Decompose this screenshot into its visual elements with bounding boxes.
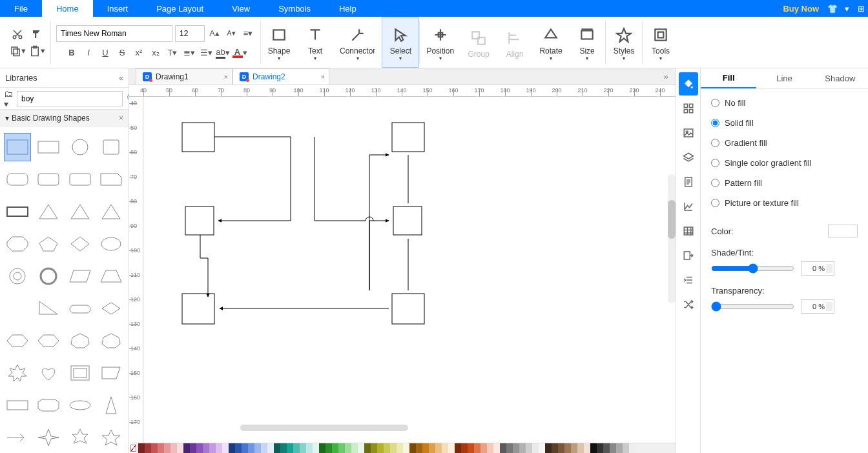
text-tool[interactable]: Text▾ xyxy=(297,17,333,68)
shade-spin[interactable]: 0 % xyxy=(801,261,834,276)
palette-swatch[interactable] xyxy=(629,443,636,453)
shape-roundrect2[interactable] xyxy=(35,165,62,194)
palette-swatch[interactable] xyxy=(216,443,222,453)
palette-swatch[interactable] xyxy=(158,443,164,453)
palette-swatch[interactable] xyxy=(248,443,254,453)
palette-swatch[interactable] xyxy=(235,443,242,453)
expand-tabs-icon[interactable]: » xyxy=(656,68,676,85)
palette-swatch[interactable] xyxy=(584,443,590,453)
palette-swatch[interactable] xyxy=(338,443,345,453)
tools-tool[interactable]: Tools▾ xyxy=(643,17,679,68)
palette-swatch[interactable] xyxy=(287,443,293,453)
shape-rhombus[interactable] xyxy=(98,294,125,323)
palette-swatch[interactable] xyxy=(545,443,552,453)
trans-spin[interactable]: 0 % xyxy=(801,299,834,314)
palette-swatch[interactable] xyxy=(474,443,480,453)
shape-ellipse[interactable] xyxy=(98,230,125,258)
shirt-icon[interactable]: 👕 xyxy=(825,0,840,17)
palette-swatch[interactable] xyxy=(190,443,196,453)
tab-drawing2[interactable]: D Drawing2 × xyxy=(232,68,329,85)
font-family-combo[interactable] xyxy=(56,25,172,42)
palette-swatch[interactable] xyxy=(293,443,300,453)
shape-triangle3[interactable] xyxy=(98,197,125,226)
menu-file[interactable]: File xyxy=(0,0,42,17)
library-icon[interactable]: 🗂▾ xyxy=(4,88,13,109)
palette-swatch[interactable] xyxy=(506,443,513,453)
palette-swatch[interactable] xyxy=(384,443,390,453)
font-color-icon[interactable]: A▾ xyxy=(232,46,247,60)
palette-swatch[interactable] xyxy=(326,443,332,453)
palette-swatch[interactable] xyxy=(429,443,435,453)
apps-grid-icon[interactable]: ⊞ xyxy=(854,0,868,17)
shape-5star[interactable] xyxy=(98,423,125,452)
palette-swatch[interactable] xyxy=(145,443,151,453)
shape-circle[interactable] xyxy=(67,133,94,161)
copy-icon[interactable]: ▾ xyxy=(9,43,26,59)
shape-octagon[interactable] xyxy=(4,230,31,258)
ts-fill-icon[interactable] xyxy=(679,72,698,96)
shape-6star[interactable] xyxy=(67,423,94,452)
shape-roundrect[interactable] xyxy=(4,165,31,194)
shape-rect-thick[interactable] xyxy=(4,197,31,226)
color-swatch[interactable] xyxy=(828,225,858,237)
shape-blank[interactable] xyxy=(4,294,31,323)
ts-indent-icon[interactable] xyxy=(679,268,698,292)
fill-single-grad-radio[interactable]: Single color gradient fill xyxy=(711,158,858,168)
shape-heart[interactable] xyxy=(35,359,62,387)
shape-hex2[interactable] xyxy=(35,327,62,355)
palette-swatch[interactable] xyxy=(409,443,416,453)
dropdown-icon[interactable]: ▾ xyxy=(840,0,854,17)
palette-swatch[interactable] xyxy=(209,443,216,453)
strikethrough-icon[interactable]: S xyxy=(115,46,129,60)
tab-close-icon[interactable]: × xyxy=(224,73,228,81)
ts-table-icon[interactable] xyxy=(679,219,698,243)
rp-tab-line[interactable]: Line xyxy=(756,68,812,88)
menu-page-layout[interactable]: Page Layout xyxy=(142,0,218,17)
palette-swatch[interactable] xyxy=(203,443,209,453)
palette-swatch[interactable] xyxy=(487,443,493,453)
ts-chart-icon[interactable] xyxy=(679,195,698,218)
palette-swatch[interactable] xyxy=(526,443,532,453)
fill-none-radio[interactable]: No fill xyxy=(711,98,858,108)
palette-swatch[interactable] xyxy=(577,443,584,453)
color-palette-strip[interactable] xyxy=(129,443,676,453)
shape-4star[interactable] xyxy=(35,423,62,452)
shape-triangle2[interactable] xyxy=(67,197,94,226)
paste-icon[interactable]: ▾ xyxy=(28,43,45,59)
palette-swatch[interactable] xyxy=(603,443,610,453)
palette-swatch[interactable] xyxy=(196,443,203,453)
ts-page-icon[interactable] xyxy=(679,170,698,194)
palette-swatch[interactable] xyxy=(242,443,248,453)
shape-ring[interactable] xyxy=(35,262,62,290)
edge-branch[interactable] xyxy=(315,137,366,221)
superscript-icon[interactable]: x² xyxy=(132,46,146,60)
nofill-swatch[interactable] xyxy=(129,443,138,453)
node-n4[interactable] xyxy=(393,206,422,235)
palette-swatch[interactable] xyxy=(539,443,545,453)
tab-close-icon[interactable]: × xyxy=(321,73,325,81)
palette-swatch[interactable] xyxy=(138,443,145,453)
shape-pentagon[interactable] xyxy=(35,230,62,258)
ts-export-icon[interactable] xyxy=(679,244,698,267)
select-tool[interactable]: Select▾ xyxy=(382,17,419,68)
rotate-tool[interactable]: Rotate▾ xyxy=(533,17,569,68)
diagram-svg[interactable] xyxy=(143,97,676,443)
palette-swatch[interactable] xyxy=(480,443,487,453)
ts-layers-icon[interactable] xyxy=(679,146,698,169)
edge-3-5[interactable] xyxy=(200,235,208,297)
collapse-left-icon[interactable]: « xyxy=(119,74,123,83)
shape-trapezoid[interactable] xyxy=(98,262,125,290)
shape-tool[interactable]: Shape▾ xyxy=(261,17,297,68)
palette-swatch[interactable] xyxy=(493,443,500,453)
menu-view[interactable]: View xyxy=(218,0,264,17)
scroll-thumb[interactable] xyxy=(668,200,676,239)
palette-swatch[interactable] xyxy=(345,443,351,453)
position-tool[interactable]: Position▾ xyxy=(420,17,460,68)
trans-slider[interactable] xyxy=(711,301,794,312)
palette-swatch[interactable] xyxy=(610,443,616,453)
grow-font-icon[interactable]: A▴ xyxy=(207,26,222,41)
vertical-scrollbar[interactable] xyxy=(668,174,676,303)
fill-solid-radio[interactable]: Solid fill xyxy=(711,118,858,128)
styles-tool[interactable]: Styles▾ xyxy=(606,17,642,68)
palette-swatch[interactable] xyxy=(222,443,229,453)
